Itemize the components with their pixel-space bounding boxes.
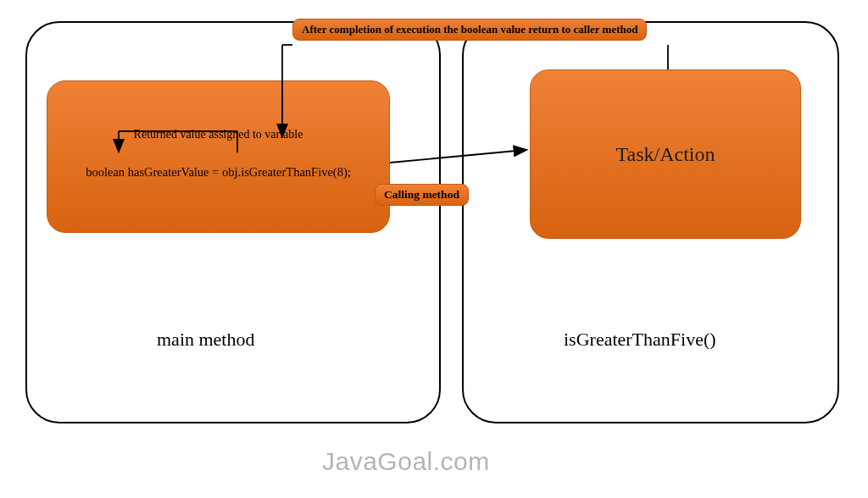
- main-method-title: main method: [157, 329, 254, 351]
- task-label: Task/Action: [616, 143, 715, 166]
- return-value-label: After completion of execution the boolea…: [292, 19, 647, 41]
- code-line: boolean hasGreaterValue = obj.isGreaterT…: [86, 165, 351, 180]
- watermark: JavaGoal.com: [322, 447, 490, 476]
- isgreater-method-title: isGreaterThanFive(): [564, 329, 716, 351]
- calling-method-label: Calling method: [375, 184, 469, 206]
- task-action-box: Task/Action: [530, 69, 801, 239]
- returned-value-label: Returned value assigned to variable: [134, 128, 303, 141]
- code-box: Returned value assigned to variable bool…: [47, 80, 390, 233]
